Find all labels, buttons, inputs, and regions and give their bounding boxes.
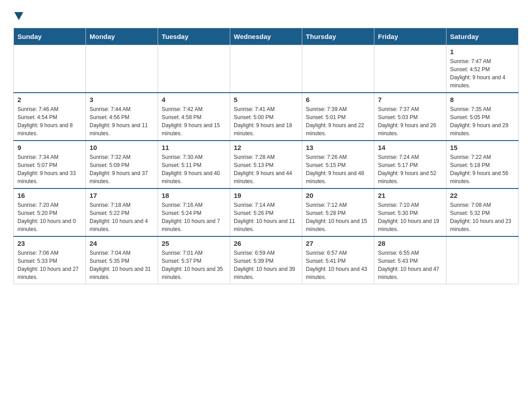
day-info: Sunrise: 7:14 AM Sunset: 5:26 PM Dayligh… bbox=[234, 201, 298, 233]
day-info: Sunrise: 7:16 AM Sunset: 5:24 PM Dayligh… bbox=[162, 201, 226, 233]
day-number: 16 bbox=[17, 192, 82, 199]
calendar-cell: 15Sunrise: 7:22 AM Sunset: 5:18 PM Dayli… bbox=[446, 141, 519, 188]
calendar-cell: 22Sunrise: 7:08 AM Sunset: 5:32 PM Dayli… bbox=[446, 188, 519, 236]
day-info: Sunrise: 7:10 AM Sunset: 5:30 PM Dayligh… bbox=[378, 201, 442, 233]
calendar-cell bbox=[158, 45, 230, 93]
day-info: Sunrise: 7:28 AM Sunset: 5:13 PM Dayligh… bbox=[234, 153, 298, 185]
weekday-header-saturday: Saturday bbox=[446, 28, 519, 45]
day-info: Sunrise: 7:39 AM Sunset: 5:01 PM Dayligh… bbox=[306, 105, 370, 137]
calendar-cell: 20Sunrise: 7:12 AM Sunset: 5:28 PM Dayli… bbox=[302, 188, 374, 236]
calendar-cell: 5Sunrise: 7:41 AM Sunset: 5:00 PM Daylig… bbox=[230, 93, 302, 141]
calendar-cell: 18Sunrise: 7:16 AM Sunset: 5:24 PM Dayli… bbox=[158, 188, 230, 236]
day-number: 6 bbox=[306, 96, 370, 103]
day-number: 21 bbox=[378, 192, 442, 199]
day-info: Sunrise: 7:35 AM Sunset: 5:05 PM Dayligh… bbox=[450, 105, 515, 137]
day-info: Sunrise: 7:30 AM Sunset: 5:11 PM Dayligh… bbox=[162, 153, 226, 185]
day-number: 5 bbox=[234, 96, 298, 103]
day-info: Sunrise: 7:42 AM Sunset: 4:58 PM Dayligh… bbox=[162, 105, 226, 137]
day-number: 3 bbox=[90, 96, 154, 103]
day-info: Sunrise: 7:18 AM Sunset: 5:22 PM Dayligh… bbox=[90, 201, 154, 233]
calendar-cell: 7Sunrise: 7:37 AM Sunset: 5:03 PM Daylig… bbox=[374, 93, 446, 141]
day-info: Sunrise: 7:26 AM Sunset: 5:15 PM Dayligh… bbox=[306, 153, 370, 185]
calendar-cell: 21Sunrise: 7:10 AM Sunset: 5:30 PM Dayli… bbox=[374, 188, 446, 236]
week-row-4: 16Sunrise: 7:20 AM Sunset: 5:20 PM Dayli… bbox=[14, 188, 519, 236]
day-info: Sunrise: 7:06 AM Sunset: 5:33 PM Dayligh… bbox=[17, 249, 82, 281]
day-info: Sunrise: 6:57 AM Sunset: 5:41 PM Dayligh… bbox=[306, 249, 370, 281]
day-number: 2 bbox=[17, 96, 82, 103]
calendar-cell bbox=[14, 45, 86, 93]
day-number: 23 bbox=[17, 240, 82, 247]
day-info: Sunrise: 7:12 AM Sunset: 5:28 PM Dayligh… bbox=[306, 201, 370, 233]
day-number: 28 bbox=[378, 240, 442, 247]
day-info: Sunrise: 7:04 AM Sunset: 5:35 PM Dayligh… bbox=[90, 249, 154, 281]
weekday-header-friday: Friday bbox=[374, 28, 446, 45]
day-number: 17 bbox=[90, 192, 154, 199]
calendar-cell: 28Sunrise: 6:55 AM Sunset: 5:43 PM Dayli… bbox=[374, 236, 446, 284]
calendar-cell: 4Sunrise: 7:42 AM Sunset: 4:58 PM Daylig… bbox=[158, 93, 230, 141]
day-number: 20 bbox=[306, 192, 370, 199]
page-header bbox=[13, 9, 519, 23]
calendar-cell: 23Sunrise: 7:06 AM Sunset: 5:33 PM Dayli… bbox=[14, 236, 86, 284]
day-number: 27 bbox=[306, 240, 370, 247]
calendar-cell bbox=[86, 45, 158, 93]
calendar-cell: 25Sunrise: 7:01 AM Sunset: 5:37 PM Dayli… bbox=[158, 236, 230, 284]
day-number: 13 bbox=[306, 144, 370, 151]
calendar-cell: 17Sunrise: 7:18 AM Sunset: 5:22 PM Dayli… bbox=[86, 188, 158, 236]
calendar-cell: 8Sunrise: 7:35 AM Sunset: 5:05 PM Daylig… bbox=[446, 93, 519, 141]
day-info: Sunrise: 7:47 AM Sunset: 4:52 PM Dayligh… bbox=[450, 57, 515, 90]
day-number: 26 bbox=[234, 240, 298, 247]
day-info: Sunrise: 7:46 AM Sunset: 4:54 PM Dayligh… bbox=[17, 105, 82, 137]
calendar-cell: 16Sunrise: 7:20 AM Sunset: 5:20 PM Dayli… bbox=[14, 188, 86, 236]
day-info: Sunrise: 7:34 AM Sunset: 5:07 PM Dayligh… bbox=[17, 153, 82, 185]
calendar-cell bbox=[302, 45, 374, 93]
calendar-cell bbox=[446, 236, 519, 284]
weekday-header-row: SundayMondayTuesdayWednesdayThursdayFrid… bbox=[14, 28, 519, 45]
day-number: 8 bbox=[450, 96, 515, 103]
day-number: 1 bbox=[450, 48, 515, 56]
day-info: Sunrise: 6:59 AM Sunset: 5:39 PM Dayligh… bbox=[234, 249, 298, 281]
day-number: 14 bbox=[378, 144, 442, 151]
day-info: Sunrise: 7:08 AM Sunset: 5:32 PM Dayligh… bbox=[450, 201, 515, 233]
calendar-cell bbox=[374, 45, 446, 93]
day-number: 12 bbox=[234, 144, 298, 151]
calendar-cell: 1Sunrise: 7:47 AM Sunset: 4:52 PM Daylig… bbox=[446, 45, 519, 93]
calendar-table: SundayMondayTuesdayWednesdayThursdayFrid… bbox=[13, 28, 519, 284]
weekday-header-monday: Monday bbox=[86, 28, 158, 45]
day-number: 9 bbox=[17, 144, 82, 151]
week-row-5: 23Sunrise: 7:06 AM Sunset: 5:33 PM Dayli… bbox=[14, 236, 519, 284]
day-number: 19 bbox=[234, 192, 298, 199]
calendar-cell: 10Sunrise: 7:32 AM Sunset: 5:09 PM Dayli… bbox=[86, 141, 158, 188]
day-info: Sunrise: 7:22 AM Sunset: 5:18 PM Dayligh… bbox=[450, 153, 515, 185]
day-number: 25 bbox=[162, 240, 226, 247]
calendar-cell bbox=[230, 45, 302, 93]
day-number: 18 bbox=[162, 192, 226, 199]
day-number: 22 bbox=[450, 192, 515, 199]
calendar-cell: 27Sunrise: 6:57 AM Sunset: 5:41 PM Dayli… bbox=[302, 236, 374, 284]
day-number: 24 bbox=[90, 240, 154, 247]
day-info: Sunrise: 7:01 AM Sunset: 5:37 PM Dayligh… bbox=[162, 249, 226, 281]
calendar-cell: 12Sunrise: 7:28 AM Sunset: 5:13 PM Dayli… bbox=[230, 141, 302, 188]
week-row-2: 2Sunrise: 7:46 AM Sunset: 4:54 PM Daylig… bbox=[14, 93, 519, 141]
calendar-cell: 3Sunrise: 7:44 AM Sunset: 4:56 PM Daylig… bbox=[86, 93, 158, 141]
weekday-header-tuesday: Tuesday bbox=[158, 28, 230, 45]
day-number: 11 bbox=[162, 144, 226, 151]
day-info: Sunrise: 7:41 AM Sunset: 5:00 PM Dayligh… bbox=[234, 105, 298, 137]
calendar-cell: 14Sunrise: 7:24 AM Sunset: 5:17 PM Dayli… bbox=[374, 141, 446, 188]
day-info: Sunrise: 6:55 AM Sunset: 5:43 PM Dayligh… bbox=[378, 249, 442, 281]
day-info: Sunrise: 7:37 AM Sunset: 5:03 PM Dayligh… bbox=[378, 105, 442, 137]
day-info: Sunrise: 7:44 AM Sunset: 4:56 PM Dayligh… bbox=[90, 105, 154, 137]
day-info: Sunrise: 7:20 AM Sunset: 5:20 PM Dayligh… bbox=[17, 201, 82, 233]
weekday-header-thursday: Thursday bbox=[302, 28, 374, 45]
weekday-header-wednesday: Wednesday bbox=[230, 28, 302, 45]
week-row-1: 1Sunrise: 7:47 AM Sunset: 4:52 PM Daylig… bbox=[14, 45, 519, 93]
calendar-cell: 11Sunrise: 7:30 AM Sunset: 5:11 PM Dayli… bbox=[158, 141, 230, 188]
calendar-cell: 19Sunrise: 7:14 AM Sunset: 5:26 PM Dayli… bbox=[230, 188, 302, 236]
day-info: Sunrise: 7:32 AM Sunset: 5:09 PM Dayligh… bbox=[90, 153, 154, 185]
calendar-cell: 13Sunrise: 7:26 AM Sunset: 5:15 PM Dayli… bbox=[302, 141, 374, 188]
logo-arrow-icon bbox=[14, 12, 23, 20]
calendar-cell: 6Sunrise: 7:39 AM Sunset: 5:01 PM Daylig… bbox=[302, 93, 374, 141]
calendar-cell: 9Sunrise: 7:34 AM Sunset: 5:07 PM Daylig… bbox=[14, 141, 86, 188]
day-info: Sunrise: 7:24 AM Sunset: 5:17 PM Dayligh… bbox=[378, 153, 442, 185]
day-number: 15 bbox=[450, 144, 515, 151]
calendar-cell: 26Sunrise: 6:59 AM Sunset: 5:39 PM Dayli… bbox=[230, 236, 302, 284]
